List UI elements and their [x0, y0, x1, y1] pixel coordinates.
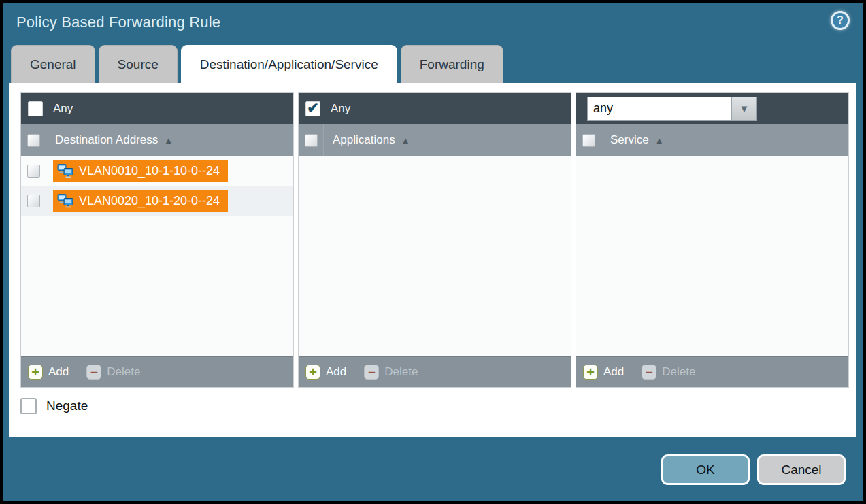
tab-source[interactable]: Source	[99, 45, 178, 83]
service-any-bar: ▼	[576, 93, 848, 124]
service-header-label[interactable]: Service	[610, 133, 649, 147]
applications-any-checkbox[interactable]: ✔	[305, 101, 320, 116]
destination-column-header: Destination Address ▲	[21, 124, 293, 156]
cancel-button[interactable]: Cancel	[757, 454, 846, 485]
applications-select-all-checkbox[interactable]	[305, 134, 318, 147]
applications-column: ✔ Any Applications ▲ + Add −	[298, 92, 571, 388]
checkmark-icon: ✔	[307, 101, 319, 115]
add-icon: +	[305, 365, 320, 380]
destination-any-checkbox[interactable]	[28, 101, 43, 116]
tab-content-panel: Any Destination Address ▲	[9, 83, 856, 437]
sort-asc-icon[interactable]: ▲	[164, 135, 173, 146]
dialog-footer: OK Cancel	[661, 454, 846, 485]
row-checkbox[interactable]	[27, 195, 40, 207]
add-icon: +	[28, 365, 43, 380]
applications-column-header: Applications ▲	[299, 124, 571, 156]
destination-toolbar: + Add − Delete	[21, 356, 293, 387]
destination-address-label: VLAN0020_10-1-20-0--24	[79, 194, 220, 208]
dialog-title: Policy Based Forwarding Rule	[16, 14, 220, 31]
delete-icon: −	[86, 365, 101, 380]
applications-list	[299, 156, 571, 356]
table-row: VLAN0020_10-1-20-0--24	[21, 186, 293, 216]
negate-row: Negate	[20, 398, 88, 414]
row-checkbox[interactable]	[27, 165, 40, 178]
tab-forwarding[interactable]: Forwarding	[401, 45, 503, 83]
destination-list: VLAN0010_10-1-10-0--24	[21, 156, 293, 356]
sort-asc-icon[interactable]: ▲	[401, 135, 410, 146]
tab-general[interactable]: General	[11, 45, 95, 83]
destination-select-all-checkbox[interactable]	[27, 134, 40, 147]
negate-label: Negate	[46, 399, 88, 414]
service-list	[576, 156, 848, 356]
destination-address-column: Any Destination Address ▲	[20, 92, 294, 388]
applications-any-label: Any	[331, 102, 350, 116]
service-add-button[interactable]: + Add	[583, 365, 624, 380]
destination-address-item[interactable]: VLAN0020_10-1-20-0--24	[53, 190, 228, 212]
destination-add-button[interactable]: + Add	[28, 365, 69, 380]
destination-address-item[interactable]: VLAN0010_10-1-10-0--24	[53, 160, 228, 182]
ok-button[interactable]: OK	[661, 454, 750, 485]
applications-toolbar: + Add − Delete	[299, 356, 571, 387]
applications-add-button[interactable]: + Add	[305, 365, 346, 380]
destination-address-label: VLAN0010_10-1-10-0--24	[79, 164, 220, 178]
destination-any-bar: Any	[21, 93, 293, 124]
add-icon: +	[583, 365, 598, 380]
tab-destination-application-service[interactable]: Destination/Application/Service	[181, 45, 397, 83]
sort-asc-icon[interactable]: ▲	[655, 135, 664, 146]
table-row: VLAN0010_10-1-10-0--24	[21, 156, 293, 186]
policy-based-forwarding-dialog: Policy Based Forwarding Rule ? General S…	[0, 0, 866, 504]
service-column: ▼ Service ▲ + Add −	[576, 92, 849, 388]
service-delete-button[interactable]: − Delete	[642, 365, 695, 380]
delete-icon: −	[642, 365, 656, 380]
service-type-combobox: ▼	[587, 97, 757, 121]
service-type-input[interactable]	[587, 97, 731, 121]
chevron-down-icon: ▼	[739, 103, 750, 114]
service-column-header: Service ▲	[576, 124, 848, 156]
address-object-icon	[57, 163, 73, 178]
applications-header-label[interactable]: Applications	[333, 133, 395, 147]
negate-checkbox[interactable]	[20, 398, 37, 414]
tab-bar: General Source Destination/Application/S…	[11, 45, 503, 83]
delete-icon: −	[364, 365, 379, 380]
service-toolbar: + Add − Delete	[576, 356, 848, 387]
help-icon[interactable]: ?	[831, 11, 850, 30]
applications-delete-button[interactable]: − Delete	[364, 365, 418, 380]
service-select-all-checkbox[interactable]	[582, 134, 595, 147]
destination-delete-button[interactable]: − Delete	[86, 365, 140, 380]
address-object-icon	[57, 193, 73, 208]
dropdown-button[interactable]: ▼	[731, 97, 757, 121]
columns-container: Any Destination Address ▲	[20, 92, 849, 388]
applications-any-bar: ✔ Any	[299, 93, 571, 124]
destination-any-label: Any	[53, 102, 73, 116]
destination-header-label[interactable]: Destination Address	[55, 133, 158, 147]
